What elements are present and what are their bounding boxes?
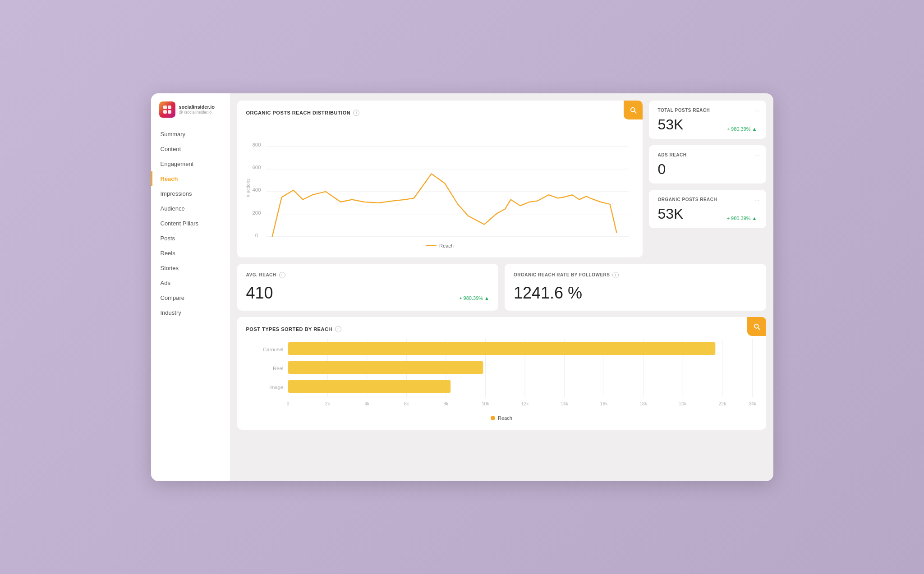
svg-text:22k: 22k bbox=[718, 401, 726, 406]
bar-chart-svg: Carousel Reel Image 0 2k 4k 6k 8k bbox=[246, 339, 757, 411]
sidebar-item-reach[interactable]: Reach bbox=[151, 171, 230, 186]
avg-reach-change: + 980.39% ▲ bbox=[459, 295, 489, 303]
svg-text:18k: 18k bbox=[639, 401, 648, 406]
svg-text:400: 400 bbox=[252, 187, 261, 192]
bar-legend-dot bbox=[491, 416, 495, 420]
logo-text: socialinsider.io @ /socialinsider.io bbox=[179, 104, 215, 115]
sidebar-item-compare[interactable]: Compare bbox=[151, 290, 230, 305]
svg-rect-47 bbox=[288, 380, 451, 393]
logo-name: socialinsider.io bbox=[179, 104, 215, 110]
logo-area: socialinsider.io @ /socialinsider.io bbox=[151, 101, 230, 127]
middle-row: AVG. REACH i 410 + 980.39% ▲ ORGANIC REA… bbox=[237, 264, 766, 311]
svg-text:14k: 14k bbox=[561, 401, 569, 406]
info-icon[interactable]: i bbox=[353, 110, 359, 116]
organic-reach-value: 53K bbox=[658, 207, 684, 221]
card-menu-dots-ads[interactable]: ··· bbox=[754, 152, 760, 159]
svg-text:16k: 16k bbox=[600, 401, 608, 406]
organic-reach-change: + 980.39% ▲ bbox=[727, 216, 757, 221]
svg-text:10k: 10k bbox=[482, 401, 490, 406]
sidebar-item-posts[interactable]: Posts bbox=[151, 231, 230, 246]
svg-text:4k: 4k bbox=[364, 401, 370, 406]
avg-reach-title: AVG. REACH i bbox=[246, 272, 490, 278]
chart-title: ORGANIC POSTS REACH DISTRIBUTION i bbox=[246, 110, 634, 116]
sidebar-item-content-pillars[interactable]: Content Pillars bbox=[151, 216, 230, 231]
card-menu-dots-organic[interactable]: ··· bbox=[754, 196, 760, 203]
legend-line-icon bbox=[426, 245, 437, 246]
sidebar-item-stories[interactable]: Stories bbox=[151, 261, 230, 276]
sidebar-item-ads[interactable]: Ads bbox=[151, 276, 230, 290]
line-chart-area: 0 200 400 600 800 # actions bbox=[246, 122, 634, 239]
organic-rate-info-icon[interactable]: i bbox=[612, 272, 619, 278]
svg-rect-0 bbox=[163, 106, 167, 109]
total-reach-value: 53K bbox=[658, 117, 684, 132]
top-row: ORGANIC POSTS REACH DISTRIBUTION i 0 200… bbox=[237, 101, 766, 257]
svg-text:0: 0 bbox=[255, 232, 257, 238]
sidebar-item-engagement[interactable]: Engagement bbox=[151, 156, 230, 171]
search-icon-bar bbox=[753, 322, 761, 331]
legend-label: Reach bbox=[439, 243, 454, 248]
svg-rect-46 bbox=[288, 361, 483, 374]
total-reach-change: + 980.39% ▲ bbox=[727, 126, 757, 132]
svg-text:8k: 8k bbox=[443, 401, 449, 406]
svg-rect-3 bbox=[168, 110, 171, 114]
organic-reach-label: ORGANIC POSTS REACH bbox=[658, 197, 757, 202]
svg-rect-1 bbox=[168, 106, 171, 109]
svg-text:24k: 24k bbox=[749, 401, 757, 406]
svg-text:2k: 2k bbox=[325, 401, 330, 406]
organic-rate-card: ORGANIC REACH RATE BY FOLLOWERS i 1241.6… bbox=[505, 264, 766, 311]
logo-icon bbox=[159, 101, 175, 118]
svg-text:600: 600 bbox=[252, 165, 261, 170]
logo-handle: @ /socialinsider.io bbox=[179, 110, 215, 115]
sidebar-item-content[interactable]: Content bbox=[151, 142, 230, 156]
organic-rate-title: ORGANIC REACH RATE BY FOLLOWERS i bbox=[514, 272, 757, 278]
avg-reach-value: 410 bbox=[246, 284, 273, 303]
app-container: socialinsider.io @ /socialinsider.io Sum… bbox=[151, 93, 773, 481]
svg-text:800: 800 bbox=[252, 142, 261, 147]
reach-distribution-card: ORGANIC POSTS REACH DISTRIBUTION i 0 200… bbox=[237, 101, 643, 257]
main-content: ORGANIC POSTS REACH DISTRIBUTION i 0 200… bbox=[230, 93, 773, 481]
svg-text:12k: 12k bbox=[521, 401, 529, 406]
sidebar-item-reels[interactable]: Reels bbox=[151, 246, 230, 261]
line-chart-svg: 0 200 400 600 800 # actions bbox=[246, 122, 634, 239]
card-menu-dots[interactable]: ··· bbox=[754, 107, 760, 114]
ads-reach-label: ADS REACH bbox=[658, 152, 757, 157]
chart-legend: Reach bbox=[246, 243, 634, 248]
sidebar-item-industry[interactable]: Industry bbox=[151, 305, 230, 320]
bar-legend: Reach bbox=[246, 415, 757, 421]
sidebar-item-impressions[interactable]: Impressions bbox=[151, 186, 230, 201]
bar-chart-area: Carousel Reel Image 0 2k 4k 6k 8k bbox=[246, 339, 757, 411]
svg-rect-2 bbox=[163, 110, 167, 114]
bar-chart-search-button[interactable] bbox=[747, 317, 766, 336]
svg-text:6k: 6k bbox=[404, 401, 409, 406]
chart-search-button[interactable] bbox=[624, 101, 643, 119]
organic-rate-value: 1241.6 % bbox=[514, 284, 757, 303]
organic-reach-card: ··· ORGANIC POSTS REACH 53K + 980.39% ▲ bbox=[649, 190, 766, 228]
sidebar-item-summary[interactable]: Summary bbox=[151, 127, 230, 142]
avg-reach-info-icon[interactable]: i bbox=[279, 272, 285, 278]
svg-text:Carousel: Carousel bbox=[263, 347, 283, 352]
right-stats-column: ··· TOTAL POSTS REACH 53K + 980.39% ▲ ··… bbox=[649, 101, 766, 257]
post-types-card: POST TYPES SORTED BY REACH i bbox=[237, 317, 766, 430]
svg-text:Image: Image bbox=[269, 385, 283, 390]
ads-reach-value: 0 bbox=[658, 162, 757, 176]
bar-legend-label: Reach bbox=[498, 415, 512, 421]
svg-text:20k: 20k bbox=[679, 401, 687, 406]
svg-text:Reel: Reel bbox=[273, 366, 283, 371]
svg-text:0: 0 bbox=[286, 401, 289, 406]
total-reach-label: TOTAL POSTS REACH bbox=[658, 108, 757, 113]
sidebar-item-audience[interactable]: Audience bbox=[151, 201, 230, 216]
svg-rect-45 bbox=[288, 342, 715, 355]
sidebar: socialinsider.io @ /socialinsider.io Sum… bbox=[151, 93, 230, 481]
svg-text:# actions: # actions bbox=[246, 178, 251, 197]
ads-reach-card: ··· ADS REACH 0 bbox=[649, 145, 766, 184]
avg-reach-card: AVG. REACH i 410 + 980.39% ▲ bbox=[237, 264, 499, 311]
bar-chart-info-icon[interactable]: i bbox=[335, 326, 341, 332]
bar-chart-title: POST TYPES SORTED BY REACH i bbox=[246, 326, 757, 332]
total-reach-card: ··· TOTAL POSTS REACH 53K + 980.39% ▲ bbox=[649, 101, 766, 139]
svg-text:200: 200 bbox=[252, 210, 261, 215]
search-icon bbox=[629, 106, 637, 114]
